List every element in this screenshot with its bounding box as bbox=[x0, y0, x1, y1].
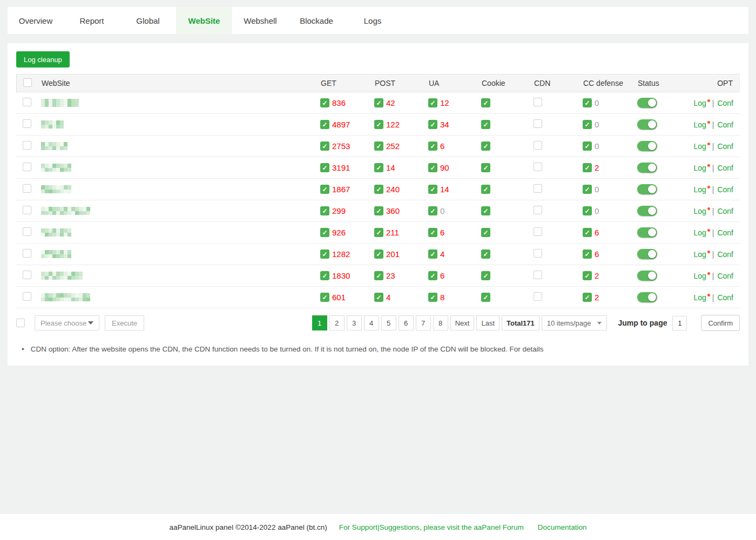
conf-link[interactable]: Conf bbox=[717, 120, 733, 129]
page-button-4[interactable]: 4 bbox=[364, 315, 379, 330]
cdn-checkbox[interactable] bbox=[534, 119, 542, 128]
cdn-checkbox[interactable] bbox=[534, 292, 542, 301]
checked-option-icon[interactable]: ✓ bbox=[583, 163, 592, 172]
tab-website[interactable]: WebSite bbox=[176, 7, 232, 34]
checked-option-icon[interactable]: ✓ bbox=[481, 228, 490, 237]
cdn-checkbox[interactable] bbox=[534, 271, 542, 279]
checked-option-icon[interactable]: ✓ bbox=[583, 98, 592, 107]
log-link[interactable]: Log bbox=[693, 164, 706, 172]
conf-link[interactable]: Conf bbox=[717, 207, 733, 215]
status-toggle[interactable] bbox=[637, 163, 657, 173]
cdn-checkbox[interactable] bbox=[534, 98, 542, 106]
log-link[interactable]: Log bbox=[693, 120, 706, 129]
page-button-8[interactable]: 8 bbox=[433, 315, 448, 330]
row-select-checkbox[interactable] bbox=[23, 227, 31, 236]
page-button-3[interactable]: 3 bbox=[347, 315, 362, 330]
checked-option-icon[interactable]: ✓ bbox=[320, 206, 329, 215]
conf-link[interactable]: Conf bbox=[717, 293, 733, 302]
cdn-checkbox[interactable] bbox=[534, 163, 542, 171]
log-link[interactable]: Log bbox=[693, 272, 706, 280]
status-toggle[interactable] bbox=[637, 184, 657, 194]
checked-option-icon[interactable]: ✓ bbox=[428, 185, 437, 194]
checked-option-icon[interactable]: ✓ bbox=[583, 249, 592, 259]
checked-option-icon[interactable]: ✓ bbox=[374, 163, 383, 172]
checked-option-icon[interactable]: ✓ bbox=[320, 249, 329, 259]
cdn-checkbox[interactable] bbox=[534, 184, 542, 193]
checked-option-icon[interactable]: ✓ bbox=[320, 120, 329, 129]
tab-global[interactable]: Global bbox=[120, 7, 176, 34]
checked-option-icon[interactable]: ✓ bbox=[320, 185, 329, 194]
row-select-checkbox[interactable] bbox=[23, 184, 31, 193]
checked-option-icon[interactable]: ✓ bbox=[583, 206, 592, 215]
log-link[interactable]: Log bbox=[693, 185, 706, 194]
row-select-checkbox[interactable] bbox=[23, 163, 31, 171]
checked-option-icon[interactable]: ✓ bbox=[320, 228, 329, 237]
conf-link[interactable]: Conf bbox=[717, 185, 733, 194]
cdn-checkbox[interactable] bbox=[534, 227, 542, 236]
row-select-checkbox[interactable] bbox=[23, 98, 31, 106]
confirm-button[interactable]: Confirm bbox=[701, 315, 740, 331]
checked-option-icon[interactable]: ✓ bbox=[374, 141, 383, 151]
tab-overview[interactable]: Overview bbox=[8, 7, 64, 34]
checked-option-icon[interactable]: ✓ bbox=[320, 163, 329, 172]
items-per-page-select[interactable]: 10 items/page bbox=[542, 315, 608, 330]
checked-option-icon[interactable]: ✓ bbox=[428, 206, 437, 215]
jump-to-page-input[interactable] bbox=[672, 316, 687, 330]
checked-option-icon[interactable]: ✓ bbox=[428, 163, 437, 172]
checked-option-icon[interactable]: ✓ bbox=[481, 98, 490, 107]
checked-option-icon[interactable]: ✓ bbox=[428, 293, 437, 302]
row-select-checkbox[interactable] bbox=[23, 141, 31, 150]
page-button-7[interactable]: 7 bbox=[416, 315, 431, 330]
status-toggle[interactable] bbox=[637, 206, 657, 216]
checked-option-icon[interactable]: ✓ bbox=[481, 271, 490, 280]
checked-option-icon[interactable]: ✓ bbox=[583, 271, 592, 280]
checked-option-icon[interactable]: ✓ bbox=[583, 141, 592, 151]
row-select-checkbox[interactable] bbox=[23, 119, 31, 128]
row-select-checkbox[interactable] bbox=[23, 249, 31, 258]
log-link[interactable]: Log bbox=[693, 250, 706, 259]
checked-option-icon[interactable]: ✓ bbox=[428, 228, 437, 237]
page-button-2[interactable]: 2 bbox=[329, 315, 345, 330]
select-all-checkbox[interactable] bbox=[23, 78, 32, 87]
checked-option-icon[interactable]: ✓ bbox=[374, 120, 383, 129]
bulk-select-checkbox[interactable] bbox=[16, 319, 25, 327]
checked-option-icon[interactable]: ✓ bbox=[583, 293, 592, 302]
tab-webshell[interactable]: Webshell bbox=[232, 7, 288, 34]
checked-option-icon[interactable]: ✓ bbox=[583, 228, 592, 237]
tab-blockade[interactable]: Blockade bbox=[288, 7, 345, 34]
tab-report[interactable]: Report bbox=[64, 7, 120, 34]
execute-button[interactable]: Execute bbox=[105, 315, 144, 330]
documentation-link[interactable]: Documentation bbox=[538, 523, 587, 531]
checked-option-icon[interactable]: ✓ bbox=[428, 98, 437, 107]
checked-option-icon[interactable]: ✓ bbox=[320, 271, 329, 280]
checked-option-icon[interactable]: ✓ bbox=[481, 185, 490, 194]
checked-option-icon[interactable]: ✓ bbox=[481, 206, 490, 215]
checked-option-icon[interactable]: ✓ bbox=[481, 163, 490, 172]
status-toggle[interactable] bbox=[637, 119, 657, 130]
checked-option-icon[interactable]: ✓ bbox=[481, 120, 490, 129]
tab-logs[interactable]: Logs bbox=[345, 7, 401, 34]
row-select-checkbox[interactable] bbox=[23, 206, 31, 214]
checked-option-icon[interactable]: ✓ bbox=[428, 141, 437, 151]
last-page-button[interactable]: Last bbox=[476, 315, 500, 330]
log-link[interactable]: Log bbox=[693, 99, 706, 107]
checked-option-icon[interactable]: ✓ bbox=[374, 249, 383, 259]
status-toggle[interactable] bbox=[637, 141, 657, 151]
checked-option-icon[interactable]: ✓ bbox=[374, 185, 383, 194]
checked-option-icon[interactable]: ✓ bbox=[320, 293, 329, 302]
conf-link[interactable]: Conf bbox=[717, 228, 733, 237]
status-toggle[interactable] bbox=[637, 271, 657, 281]
page-button-1[interactable]: 1 bbox=[312, 315, 327, 330]
conf-link[interactable]: Conf bbox=[717, 164, 733, 172]
row-select-checkbox[interactable] bbox=[23, 271, 31, 279]
checked-option-icon[interactable]: ✓ bbox=[428, 271, 437, 280]
status-toggle[interactable] bbox=[637, 98, 657, 108]
checked-option-icon[interactable]: ✓ bbox=[583, 120, 592, 129]
next-page-button[interactable]: Next bbox=[450, 315, 475, 330]
checked-option-icon[interactable]: ✓ bbox=[481, 249, 490, 259]
conf-link[interactable]: Conf bbox=[717, 142, 733, 151]
row-select-checkbox[interactable] bbox=[23, 292, 31, 301]
page-button-5[interactable]: 5 bbox=[381, 315, 396, 330]
checked-option-icon[interactable]: ✓ bbox=[374, 228, 383, 237]
cdn-checkbox[interactable] bbox=[534, 249, 542, 258]
